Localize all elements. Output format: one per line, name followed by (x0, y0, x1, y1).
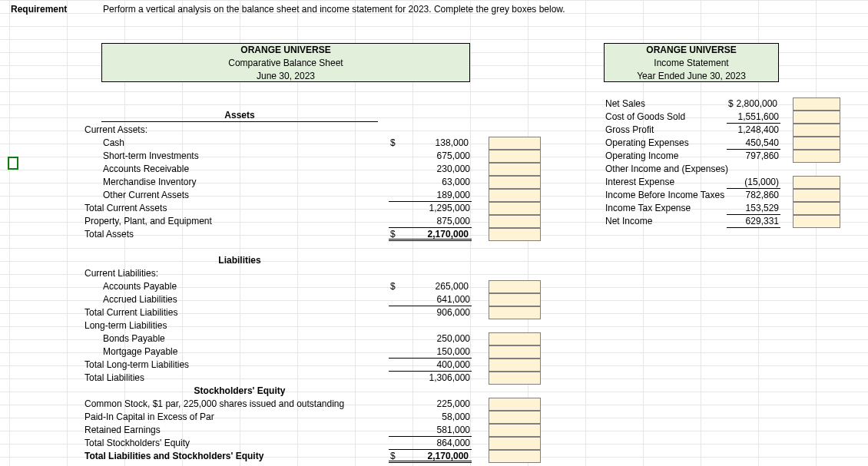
is-intexp-value: (15,000) (727, 176, 780, 189)
is-title: Income Statement (604, 57, 779, 70)
bs-oca-label: Other Current Assets (101, 189, 332, 202)
is-opex-label: Operating Expenses (604, 137, 731, 150)
bs-company: ORANGE UNIVERSE (101, 44, 470, 57)
bs-tse-input[interactable] (489, 437, 541, 450)
bs-al-label: Accrued Liabilities (101, 293, 332, 306)
bs-ta-value: $2,170,000 (389, 228, 472, 241)
bs-mp-input[interactable] (489, 345, 541, 359)
se-header: Stockholders' Equity (101, 385, 378, 398)
is-ns-value: $2,800,000 (727, 97, 780, 111)
bs-inv-label: Merchandise Inventory (101, 176, 332, 189)
is-date: Year Ended June 30, 2023 (604, 70, 779, 83)
bs-mp-value: 150,000 (389, 345, 472, 359)
bs-title: Comparative Balance Sheet (101, 57, 470, 70)
bs-cash-label: Cash (101, 137, 332, 150)
bs-ppe-label: Property, Plant, and Equipment (83, 215, 313, 228)
bs-ppe-value: 875,000 (389, 215, 472, 228)
is-opinc-label: Operating Income (604, 150, 731, 163)
is-tax-value: 153,529 (727, 202, 780, 215)
is-ni-input[interactable] (793, 215, 840, 228)
is-opex-value: 450,540 (727, 137, 780, 150)
bs-ta-input[interactable] (489, 228, 541, 241)
is-ibt-value: 782,860 (727, 189, 780, 202)
bs-ar-label: Accounts Receivable (101, 163, 332, 176)
bs-sti-input[interactable] (489, 150, 541, 163)
bs-tl-input[interactable] (489, 372, 541, 385)
bs-cs-value: 225,000 (389, 398, 472, 411)
is-ibt-input[interactable] (793, 189, 840, 202)
cl-label: Current Liabilities: (83, 267, 313, 280)
bs-pic-label: Paid-In Capital in Excess of Par (83, 411, 390, 424)
current-assets-label: Current Assets: (83, 124, 313, 137)
selected-cell[interactable] (8, 157, 18, 170)
is-opex-input[interactable] (793, 137, 840, 150)
bs-tlse-input[interactable] (489, 450, 541, 463)
bs-cash-value: $138,000 (389, 137, 472, 150)
bs-ta-label: Total Assets (83, 228, 313, 241)
bs-pic-input[interactable] (489, 411, 541, 424)
is-ni-label: Net Income (604, 215, 731, 228)
bs-re-input[interactable] (489, 424, 541, 437)
is-gp-value: 1,248,400 (727, 124, 780, 137)
bs-tl-label: Total Liabilities (83, 372, 313, 385)
bs-inv-input[interactable] (489, 176, 541, 189)
bs-bp-value: 250,000 (389, 332, 472, 345)
is-ns-input[interactable] (793, 97, 840, 111)
is-cogs-input[interactable] (793, 111, 840, 124)
is-cogs-value: 1,551,600 (727, 111, 780, 124)
bs-bp-label: Bonds Payable (101, 332, 332, 345)
bs-al-input[interactable] (489, 293, 541, 306)
is-opinc-value: 797,860 (727, 150, 780, 163)
is-oie-label: Other Income and (Expenses) (604, 163, 742, 176)
bs-tltl-value: 400,000 (389, 359, 472, 372)
is-intexp-input[interactable] (793, 176, 840, 189)
is-tax-input[interactable] (793, 202, 840, 215)
bs-cash-input[interactable] (489, 137, 541, 150)
bs-oca-value: 189,000 (389, 189, 472, 202)
bs-date: June 30, 2023 (101, 70, 470, 83)
bs-tlse-value: $2,170,000 (389, 450, 472, 463)
bs-tca-input[interactable] (489, 202, 541, 215)
bs-re-value: 581,000 (389, 424, 472, 437)
bs-tl-value: 1,306,000 (389, 372, 472, 385)
is-cogs-label: Cost of Goods Sold (604, 111, 731, 124)
bs-inv-value: 63,000 (389, 176, 472, 189)
bs-cs-label: Common Stock, $1 par, 225,000 shares iss… (83, 398, 390, 411)
bs-tltl-input[interactable] (489, 359, 541, 372)
is-company: ORANGE UNIVERSE (604, 44, 779, 57)
is-ns-label: Net Sales (604, 97, 731, 111)
bs-re-label: Retained Earnings (83, 424, 390, 437)
is-gp-input[interactable] (793, 124, 840, 137)
is-opinc-input[interactable] (793, 150, 840, 163)
is-ni-value: 629,331 (727, 215, 780, 228)
bs-tca-label: Total Current Assets (83, 202, 313, 215)
bs-bp-input[interactable] (489, 332, 541, 345)
bs-pic-value: 58,000 (389, 411, 472, 424)
bs-ap-label: Accounts Payable (101, 280, 332, 293)
bs-tlse-label: Total Liabilities and Stockholders' Equi… (83, 450, 390, 463)
requirement-label: Requirement (9, 3, 71, 16)
bs-tcl-value: 906,000 (389, 306, 472, 319)
bs-ap-input[interactable] (489, 280, 541, 293)
bs-sti-label: Short-term Investments (101, 150, 332, 163)
bs-al-value: 641,000 (389, 293, 472, 306)
bs-tse-label: Total Stockholders' Equity (83, 437, 390, 450)
bs-ar-input[interactable] (489, 163, 541, 176)
bs-cs-input[interactable] (489, 398, 541, 411)
bs-tltl-label: Total Long-term Liabilities (83, 359, 313, 372)
bs-tca-value: 1,295,000 (389, 202, 472, 215)
is-intexp-label: Interest Expense (604, 176, 731, 189)
bs-ppe-input[interactable] (489, 215, 541, 228)
is-tax-label: Income Tax Expense (604, 202, 731, 215)
assets-header: Assets (101, 109, 378, 122)
liabilities-header: Liabilities (101, 254, 378, 267)
bs-ap-value: $265,000 (389, 280, 472, 293)
bs-tcl-input[interactable] (489, 306, 541, 319)
is-ibt-label: Income Before Income Taxes (604, 189, 731, 202)
bs-ar-value: 230,000 (389, 163, 472, 176)
bs-mp-label: Mortgage Payable (101, 345, 332, 359)
is-gp-label: Gross Profit (604, 124, 731, 137)
requirement-text: Perform a vertical analysis on the balan… (101, 3, 639, 16)
bs-oca-input[interactable] (489, 189, 541, 202)
bs-tse-value: 864,000 (389, 437, 472, 450)
